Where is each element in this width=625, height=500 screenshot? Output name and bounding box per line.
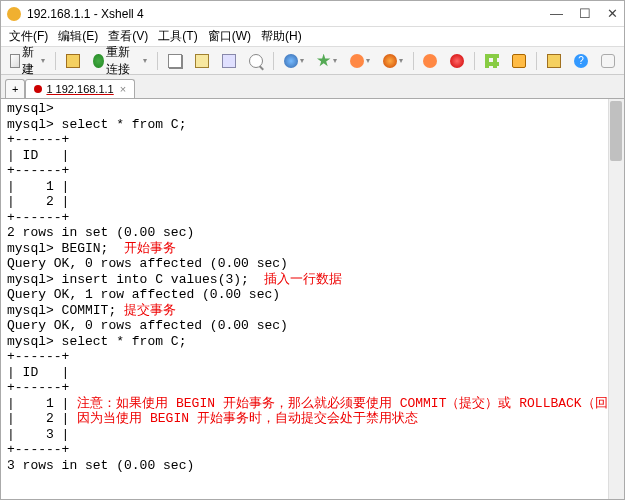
scroll-thumb[interactable] — [610, 101, 622, 161]
tabbar: + 1 192.168.1.1 × — [1, 75, 624, 99]
close-button[interactable]: ✕ — [607, 6, 618, 21]
search-button[interactable] — [244, 51, 268, 71]
tab-label: 1 192.168.1.1 — [46, 83, 113, 95]
terminal-line: | ID | — [7, 148, 618, 164]
grid-icon — [485, 54, 499, 68]
new-label: 新建 — [22, 44, 39, 78]
help-button[interactable]: ? — [569, 51, 593, 71]
copy-icon — [168, 54, 182, 68]
terminal-line: mysql> BEGIN; 开始事务 — [7, 241, 618, 257]
search-icon — [249, 54, 263, 68]
terminal-line: mysql> insert into C values(3); 插入一行数据 — [7, 272, 618, 288]
terminal-line: 2 rows in set (0.00 sec) — [7, 225, 618, 241]
script-button[interactable] — [418, 51, 442, 71]
properties-button[interactable] — [217, 51, 241, 71]
separator — [273, 52, 274, 70]
dropdown-icon: ▾ — [143, 56, 147, 65]
lock-icon — [512, 54, 526, 68]
red-dot-icon — [450, 54, 464, 68]
dropdown-icon: ▾ — [41, 56, 45, 65]
separator — [413, 52, 414, 70]
favorites-button[interactable]: ▾ — [312, 51, 342, 71]
globe-button[interactable]: ▾ — [279, 51, 309, 71]
terminal-line: Query OK, 0 rows affected (0.00 sec) — [7, 318, 618, 334]
about-button[interactable] — [596, 51, 620, 71]
dropdown-icon: ▾ — [333, 56, 337, 65]
menu-help[interactable]: 帮助(H) — [257, 28, 306, 45]
terminal-line: +------+ — [7, 349, 618, 365]
folder-icon — [66, 54, 80, 68]
terminal-line: mysql> select * from C; — [7, 117, 618, 133]
terminal-line: Query OK, 1 row affected (0.00 sec) — [7, 287, 618, 303]
terminal-line: | 1 | — [7, 179, 618, 195]
dropdown-icon: ▾ — [399, 56, 403, 65]
menu-tools[interactable]: 工具(T) — [154, 28, 201, 45]
transfer-button[interactable] — [542, 51, 566, 71]
terminal-line: +------+ — [7, 210, 618, 226]
reconnect-icon — [93, 54, 103, 68]
new-icon — [10, 54, 20, 68]
bubble-icon — [601, 54, 615, 68]
spark-icon — [350, 54, 364, 68]
dropdown-icon: ▾ — [300, 56, 304, 65]
transfer-icon — [547, 54, 561, 68]
open-button[interactable] — [61, 51, 85, 71]
star-icon — [317, 54, 331, 68]
terminal-line: mysql> COMMIT; 提交事务 — [7, 303, 618, 319]
terminal-line: | 3 | — [7, 427, 618, 443]
maximize-button[interactable]: ☐ — [579, 6, 591, 21]
terminal-line: Query OK, 0 rows affected (0.00 sec) — [7, 256, 618, 272]
fire-icon — [423, 54, 437, 68]
tab-session[interactable]: 1 192.168.1.1 × — [25, 79, 135, 98]
session-button[interactable] — [445, 51, 469, 71]
font-button[interactable]: ▾ — [378, 51, 408, 71]
dropdown-icon: ▾ — [366, 56, 370, 65]
terminal-line: 3 rows in set (0.00 sec) — [7, 458, 618, 474]
menu-window[interactable]: 窗口(W) — [204, 28, 255, 45]
plus-icon: + — [12, 83, 18, 95]
separator — [157, 52, 158, 70]
terminal-line: mysql> — [7, 101, 618, 117]
new-tab-button[interactable]: + — [5, 79, 25, 98]
paste-button[interactable] — [190, 51, 214, 71]
scrollbar[interactable] — [608, 99, 624, 499]
terminal-line: +------+ — [7, 132, 618, 148]
separator — [55, 52, 56, 70]
minimize-button[interactable]: — — [550, 6, 563, 21]
app-icon — [7, 7, 21, 21]
paste-icon — [195, 54, 209, 68]
terminal[interactable]: mysql>mysql> select * from C;+------+| I… — [1, 99, 624, 499]
properties-icon — [222, 54, 236, 68]
terminal-line: | 2 | 因为当使用 BEGIN 开始事务时，自动提交会处于禁用状态 — [7, 411, 618, 427]
node-icon — [383, 54, 397, 68]
terminal-line: +------+ — [7, 380, 618, 396]
globe-icon — [284, 54, 298, 68]
window-title: 192.168.1.1 - Xshell 4 — [27, 7, 550, 21]
connection-status-icon — [34, 85, 42, 93]
tab-close-button[interactable]: × — [120, 83, 126, 95]
terminal-line: | ID | — [7, 365, 618, 381]
help-icon: ? — [574, 54, 588, 68]
layout-button[interactable] — [480, 51, 504, 71]
separator — [536, 52, 537, 70]
terminal-line: | 1 | 注意：如果使用 BEGIN 开始事务，那么就必须要使用 COMMIT… — [7, 396, 618, 412]
lock-button[interactable] — [507, 51, 531, 71]
separator — [474, 52, 475, 70]
color-button[interactable]: ▾ — [345, 51, 375, 71]
window-titlebar: 192.168.1.1 - Xshell 4 — ☐ ✕ — [1, 1, 624, 27]
reconnect-label: 重新连接 — [106, 44, 142, 78]
toolbar: 新建▾ 重新连接▾ ▾ ▾ ▾ ▾ ? — [1, 47, 624, 75]
copy-button[interactable] — [163, 51, 187, 71]
terminal-line: +------+ — [7, 163, 618, 179]
terminal-line: mysql> select * from C; — [7, 334, 618, 350]
terminal-line: +------+ — [7, 442, 618, 458]
terminal-line: | 2 | — [7, 194, 618, 210]
